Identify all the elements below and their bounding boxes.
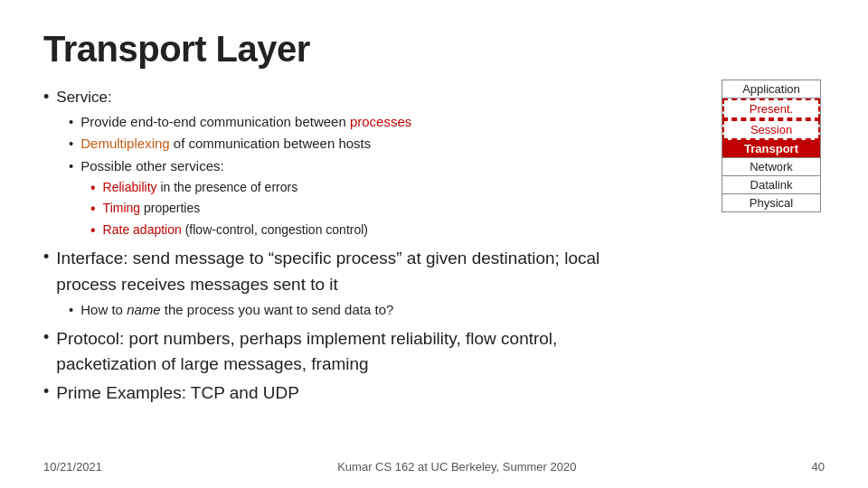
l2-provide: • Provide end-to-end communication betwe… [69, 112, 825, 133]
l3-timing-text: Timing properties [103, 199, 201, 218]
bullet-dot-l3: • [90, 221, 96, 240]
osi-datalink: Datalink [722, 176, 820, 194]
interface-bullet: • Interface: send message to “specific p… [43, 246, 825, 297]
content-area: • Service: • Provide end-to-end communic… [43, 86, 825, 406]
bullet-dot-l2: • [69, 134, 73, 155]
l3-reliability: • Reliability in the presence of errors [90, 178, 825, 198]
prime-examples-bullet: • Prime Examples: TCP and UDP [43, 380, 825, 407]
interface-sub-text: How to name the process you want to send… [80, 300, 393, 321]
l2-demux-text: Demultiplexing of communication between … [80, 134, 371, 155]
bullet-dot-l3: • [90, 178, 96, 198]
l3-rate-text: Rate adaption (flow-control, congestion … [103, 221, 368, 239]
l2-demux: • Demultiplexing of communication betwee… [69, 134, 825, 155]
bullet-dot-l2: • [69, 300, 73, 321]
interface-text: Interface: send message to “specific pro… [56, 246, 599, 297]
osi-network: Network [722, 158, 820, 176]
l3-rate: • Rate adaption (flow-control, congestio… [90, 221, 825, 240]
osi-present: Present. [722, 99, 820, 119]
footer-page: 40 [812, 460, 825, 474]
bullet-dot: • [43, 246, 49, 268]
footer: 10/21/2021 Kumar CS 162 at UC Berkeley, … [43, 460, 825, 474]
protocol-text: Protocol: port numbers, perhaps implemen… [56, 326, 557, 378]
prime-examples-text: Prime Examples: TCP and UDP [56, 380, 299, 407]
interface-sub-bullet: • How to name the process you want to se… [69, 300, 825, 321]
l3-timing: • Timing properties [90, 199, 825, 219]
osi-transport: Transport [722, 140, 820, 158]
bullet-dot-l3: • [90, 199, 96, 219]
osi-physical: Physical [722, 194, 820, 211]
bullet-dot: • [43, 380, 49, 403]
bullet-dot: • [43, 86, 49, 108]
footer-date: 10/21/2021 [43, 460, 102, 474]
protocol-bullet: • Protocol: port numbers, perhaps implem… [43, 326, 825, 378]
bullet-dot-l2: • [69, 112, 73, 133]
osi-application: Application [722, 80, 820, 99]
bullet-dot-l2: • [69, 156, 73, 177]
slide: Application Present. Session Transport N… [0, 0, 868, 488]
service-label: Service: [56, 86, 111, 109]
osi-stack: Application Present. Session Transport N… [722, 80, 821, 212]
l3-reliability-text: Reliability in the presence of errors [103, 178, 298, 197]
page-title: Transport Layer [43, 29, 825, 70]
l2-possible-text: Possible other services: [80, 156, 223, 177]
osi-session: Session [722, 119, 820, 140]
l2-provide-text: Provide end-to-end communication between… [80, 112, 411, 133]
service-bullet: • Service: [43, 86, 825, 109]
l2-possible: • Possible other services: [69, 156, 825, 177]
bullet-dot: • [43, 326, 49, 349]
footer-center: Kumar CS 162 at UC Berkeley, Summer 2020 [337, 460, 576, 474]
